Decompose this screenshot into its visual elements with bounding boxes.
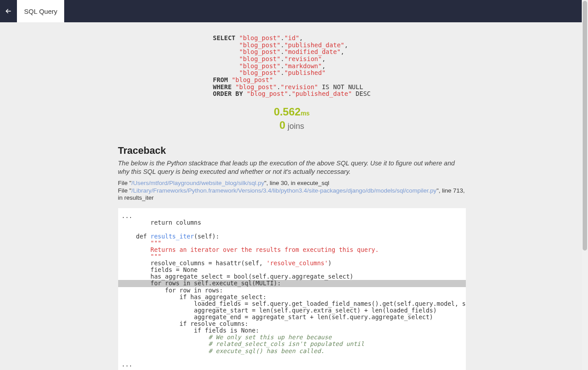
sql-keyword: ORDER BY: [213, 90, 243, 97]
joins-value: 0: [280, 119, 285, 131]
code-line: loaded_fields = self.query.get_loaded_fi…: [118, 300, 466, 307]
main-content: SELECT "blog_post"."id", "blog_post"."pu…: [42, 22, 546, 370]
code-line: fields = None: [118, 266, 201, 273]
code-snippet: ... return columns def results_iter(self…: [118, 208, 466, 370]
traceback-path[interactable]: /Users/mtford/Playground/website_blog/si…: [132, 180, 264, 186]
code-line: for row in rows:: [118, 287, 227, 294]
code-line: def results_iter(self):: [118, 233, 223, 240]
code-line: """: [118, 253, 165, 260]
sql-string: "id": [284, 34, 300, 41]
time-unit: ms: [300, 110, 309, 117]
scrollbar-thumb[interactable]: [583, 1, 587, 251]
sql-string: "blog_post": [235, 83, 277, 90]
sql-string: "blog_post": [239, 34, 280, 41]
code-line: Returns an iterator over the results fro…: [118, 246, 382, 253]
sql-string: "blog_post": [232, 76, 273, 83]
code-line-highlighted: for rows in self.execute_sql(MULTI):: [118, 280, 466, 287]
code-ellipsis: ...: [118, 361, 136, 368]
sql-string: "published_date": [284, 41, 345, 49]
sql-string: "markdown": [284, 62, 322, 70]
traceback-line: File "/Library/Frameworks/Python.framewo…: [118, 187, 466, 202]
sql-string: "published": [284, 69, 326, 76]
sql-tail: IS NOT NULL: [318, 83, 363, 90]
code-line: aggregate_start = len(self.query.extra_s…: [118, 307, 440, 314]
sql-string: "modified_date": [284, 48, 341, 55]
arrow-left-icon: [4, 7, 12, 15]
sql-string: "revision": [280, 83, 318, 90]
code-line: aggregate_end = aggregate_start + len(se…: [118, 313, 437, 321]
traceback-line: File "/Users/mtford/Playground/website_b…: [118, 180, 466, 187]
code-line: [118, 226, 125, 233]
code-comment: # We only set this up here because: [118, 333, 335, 341]
header-bar: SQL Query: [0, 0, 588, 22]
sql-string: "blog_post": [239, 55, 280, 62]
traceback-heading: Traceback: [118, 145, 466, 156]
sql-string: "revision": [284, 55, 322, 62]
back-button[interactable]: [0, 0, 17, 22]
code-line: if resolve_columns:: [118, 320, 252, 327]
scrollbar[interactable]: [582, 0, 588, 370]
tab-sql-query[interactable]: SQL Query: [17, 0, 64, 22]
traceback-description: The below is the Python stacktrace that …: [118, 159, 466, 176]
sql-string: "blog_post": [247, 90, 288, 97]
sql-string: "published_date": [292, 90, 352, 97]
code-ellipsis: ...: [118, 212, 136, 219]
sql-keyword: SELECT: [213, 34, 235, 41]
stat-time: 0.562ms: [118, 106, 466, 118]
tab-label: SQL Query: [24, 8, 57, 15]
query-stats: 0.562ms 0 joins: [118, 106, 466, 132]
sql-string: "blog_post": [239, 41, 280, 49]
code-comment: # related_select_cols isn't populated un…: [118, 340, 368, 347]
joins-label: joins: [285, 122, 304, 131]
sql-string: "blog_post": [239, 69, 280, 76]
sql-tail: DESC: [352, 90, 370, 97]
sql-query-block: SELECT "blog_post"."id", "blog_post"."pu…: [213, 35, 370, 98]
code-line: return columns: [118, 219, 205, 226]
sql-string: "blog_post": [239, 62, 280, 70]
sql-string: "blog_post": [239, 48, 280, 55]
code-line: """: [118, 239, 165, 247]
stat-joins: 0 joins: [118, 119, 466, 132]
sql-keyword: FROM: [213, 76, 228, 83]
code-line: has_aggregate_select = bool(self.query.a…: [118, 273, 357, 280]
code-comment: # execute_sql() has been called.: [118, 347, 328, 354]
code-line: if fields is None:: [118, 327, 263, 334]
sql-keyword: WHERE: [213, 83, 231, 90]
time-value: 0.562: [274, 106, 300, 118]
code-line: resolve_columns = hasattr(self, 'resolve…: [118, 259, 335, 267]
traceback-top-lines: File "/Users/mtford/Playground/website_b…: [118, 180, 466, 202]
traceback-path[interactable]: /Library/Frameworks/Python.framework/Ver…: [132, 187, 436, 194]
code-line: if has_aggregate_select:: [118, 293, 270, 300]
